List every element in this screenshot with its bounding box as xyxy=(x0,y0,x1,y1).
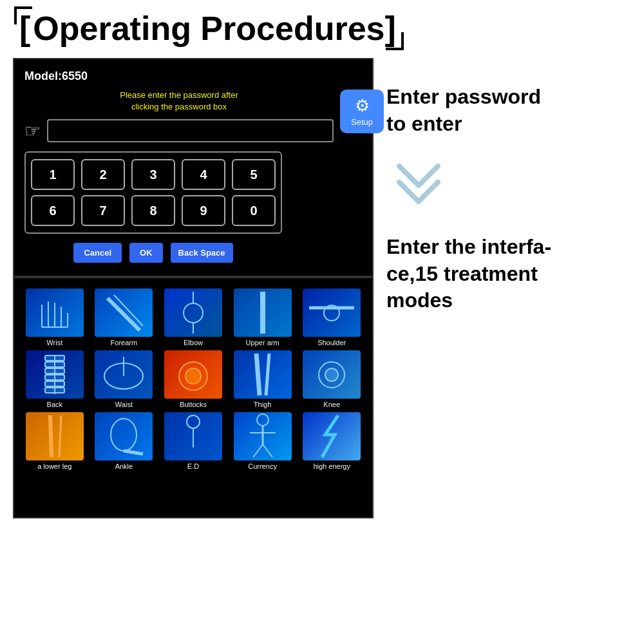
svg-line-26 xyxy=(266,354,269,395)
step1-text: Enter passwordto enter xyxy=(386,84,631,137)
cancel-button[interactable]: Cancel xyxy=(73,243,122,263)
body-item-currency[interactable]: Currency xyxy=(230,412,296,470)
body-item-buttocks[interactable]: Buttocks xyxy=(160,350,226,408)
svg-point-24 xyxy=(185,368,201,384)
body-screen: WristForearmElbowUpper armShoulderBackWa… xyxy=(13,277,374,518)
body-label-upperarm: Upper arm xyxy=(246,339,279,346)
num-key-0[interactable]: 0 xyxy=(232,195,276,226)
body-image-shoulder xyxy=(303,289,361,337)
title-wrapper: [ Operating Procedures ] xyxy=(19,12,399,45)
body-item-elbow[interactable]: Elbow xyxy=(160,289,226,346)
ok-button[interactable]: OK xyxy=(129,243,163,263)
arrow-section xyxy=(393,150,631,221)
numpad-row-2: 6 7 8 9 0 xyxy=(31,195,276,226)
body-image-highenergy xyxy=(303,412,361,460)
body-label-currency: Currency xyxy=(248,462,277,470)
body-image-ankle xyxy=(95,412,153,460)
svg-point-8 xyxy=(184,303,203,323)
action-buttons: Cancel OK Back Space xyxy=(24,243,282,263)
body-image-forearm xyxy=(95,289,153,337)
corner-decoration-br xyxy=(386,32,404,50)
body-label-elbow: Elbow xyxy=(184,339,203,346)
body-image-upperarm xyxy=(234,289,292,337)
num-key-2[interactable]: 2 xyxy=(81,159,125,190)
body-label-back: Back xyxy=(47,401,62,408)
body-label-thigh: Thigh xyxy=(254,401,272,408)
password-row: ☞ xyxy=(24,119,334,142)
body-image-currency xyxy=(234,412,292,460)
num-key-6[interactable]: 6 xyxy=(31,195,75,226)
body-item-ed[interactable]: E.D xyxy=(160,412,226,470)
svg-point-31 xyxy=(111,419,137,451)
numpad-row-1: 1 2 3 4 5 xyxy=(31,159,276,190)
body-label-ed: E.D xyxy=(187,462,199,470)
body-label-buttocks: Buttocks xyxy=(180,401,207,408)
svg-line-29 xyxy=(50,415,52,457)
body-image-back xyxy=(26,350,84,399)
model-label: Model:6550 xyxy=(24,70,362,83)
svg-line-25 xyxy=(256,354,260,395)
svg-line-38 xyxy=(253,444,263,457)
corner-decoration-tl xyxy=(14,6,32,24)
screen-inner: Please enter the password after clicking… xyxy=(24,90,362,263)
page-title: Operating Procedures xyxy=(33,12,384,45)
body-item-ankle[interactable]: Ankle xyxy=(91,412,157,470)
right-column: Enter passwordto enter Enter the interfa… xyxy=(386,58,631,518)
password-screen: Model:6550 Please enter the password aft… xyxy=(13,58,374,277)
svg-line-6 xyxy=(108,298,140,330)
body-label-forearm: Forearm xyxy=(111,339,138,346)
body-item-highenergy[interactable]: high energy xyxy=(299,412,365,470)
body-image-buttocks xyxy=(164,350,222,399)
body-label-lowerleg: a lower leg xyxy=(37,462,71,470)
body-item-wrist[interactable]: Wrist xyxy=(22,289,88,346)
body-grid: WristForearmElbowUpper armShoulderBackWa… xyxy=(22,289,365,470)
body-label-wrist: Wrist xyxy=(46,339,62,346)
body-image-knee xyxy=(303,350,361,399)
numpad: 1 2 3 4 5 6 7 8 9 0 xyxy=(24,151,282,234)
main-layout: Model:6550 Please enter the password aft… xyxy=(0,52,644,518)
body-item-shoulder[interactable]: Shoulder xyxy=(299,289,365,346)
num-key-1[interactable]: 1 xyxy=(31,159,75,190)
body-item-back[interactable]: Back xyxy=(22,350,88,408)
num-key-8[interactable]: 8 xyxy=(131,195,175,226)
svg-point-28 xyxy=(325,368,338,381)
num-key-9[interactable]: 9 xyxy=(182,195,225,226)
num-key-3[interactable]: 3 xyxy=(131,159,175,190)
body-item-lowerleg[interactable]: a lower leg xyxy=(22,412,88,470)
body-image-ed xyxy=(164,412,222,460)
password-instruction: Please enter the password after clicking… xyxy=(24,90,334,113)
gear-icon: ⚙ xyxy=(355,96,370,116)
password-content: Please enter the password after clicking… xyxy=(24,90,334,263)
body-image-elbow xyxy=(164,289,222,337)
svg-point-33 xyxy=(187,415,200,428)
num-key-5[interactable]: 5 xyxy=(232,159,276,190)
body-label-shoulder: Shoulder xyxy=(317,339,346,346)
left-column: Model:6550 Please enter the password aft… xyxy=(13,58,374,518)
hand-icon: ☞ xyxy=(24,120,41,142)
body-item-waist[interactable]: Waist xyxy=(91,350,157,408)
body-image-waist xyxy=(95,350,153,399)
step2-text: Enter the interfa-ce,15 treatmentmodes xyxy=(386,234,631,314)
svg-point-35 xyxy=(257,414,269,426)
backspace-button[interactable]: Back Space xyxy=(171,243,233,263)
body-item-knee[interactable]: Knee xyxy=(299,350,365,408)
body-label-knee: Knee xyxy=(323,401,340,408)
body-image-thigh xyxy=(234,350,292,399)
body-label-highenergy: high energy xyxy=(313,462,350,470)
down-arrow-icon xyxy=(393,163,444,208)
svg-line-32 xyxy=(124,451,143,454)
password-input-display[interactable] xyxy=(47,119,334,142)
svg-line-30 xyxy=(59,415,61,457)
svg-line-39 xyxy=(263,444,272,457)
num-key-4[interactable]: 4 xyxy=(182,159,225,190)
setup-button[interactable]: ⚙ Setup xyxy=(340,90,384,133)
num-key-7[interactable]: 7 xyxy=(81,195,125,226)
body-label-waist: Waist xyxy=(115,401,133,408)
body-item-forearm[interactable]: Forearm xyxy=(91,289,157,346)
body-item-thigh[interactable]: Thigh xyxy=(230,350,296,408)
body-image-wrist xyxy=(26,289,84,337)
body-item-upperarm[interactable]: Upper arm xyxy=(230,289,296,346)
body-image-lowerleg xyxy=(26,412,84,460)
body-label-ankle: Ankle xyxy=(115,462,133,470)
title-section: [ Operating Procedures ] xyxy=(0,0,644,52)
